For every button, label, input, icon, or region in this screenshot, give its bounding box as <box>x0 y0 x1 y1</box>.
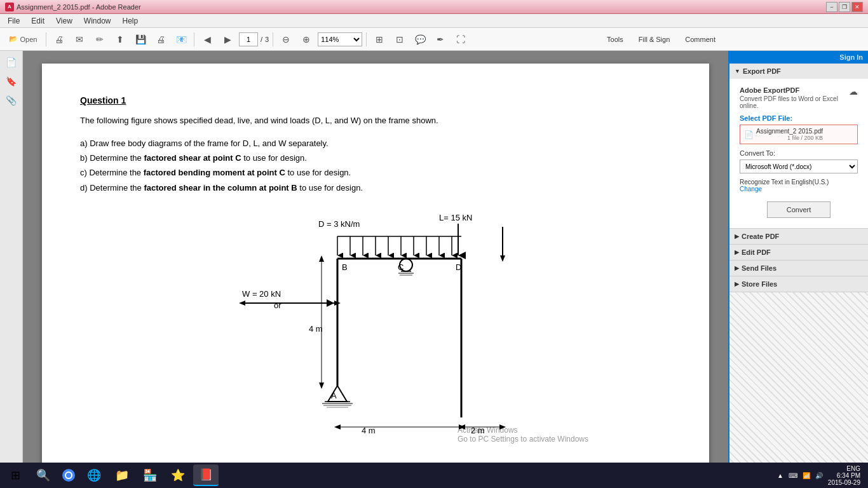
nav-bookmarks-icon[interactable]: 🔖 <box>3 72 20 90</box>
svg-point-53 <box>66 473 71 478</box>
part-c: c) Determine the factored bending moment… <box>80 165 671 180</box>
save-button[interactable]: 💾 <box>132 31 149 48</box>
sticky-note-button[interactable]: 💬 <box>411 31 429 48</box>
panel-empty-area <box>729 292 868 474</box>
window-title: Assignment_2 2015.pdf - Adobe Reader <box>17 3 141 11</box>
store-files-header[interactable]: ▶ Store Files <box>729 276 868 292</box>
create-pdf-header[interactable]: ▶ Create PDF <box>729 229 868 244</box>
main-area: 📄 🔖 📎 Question 1 The following figure sh… <box>0 51 868 474</box>
svg-text:4 m: 4 m <box>309 324 323 334</box>
part-d: d) Determine the factored shear in the c… <box>80 180 671 195</box>
taskbar-unknown[interactable]: ⭐ <box>165 464 191 486</box>
export-pdf-section: ▼ Export PDF Adobe ExportPDF Convert PDF… <box>729 64 868 229</box>
menu-window[interactable]: Window <box>79 15 116 27</box>
send-files-header[interactable]: ▶ Send Files <box>729 261 868 276</box>
menu-file[interactable]: File <box>3 15 25 27</box>
taskbar-store[interactable]: 🏪 <box>137 464 163 486</box>
svg-marker-47 <box>499 424 506 430</box>
menu-edit[interactable]: Edit <box>26 15 50 27</box>
close-button[interactable]: ✕ <box>851 2 863 12</box>
open-button[interactable]: 📂 Open <box>4 31 42 48</box>
reflow-button[interactable]: ⊡ <box>391 31 409 48</box>
taskbar-volume-icon[interactable]: 🔊 <box>815 472 823 479</box>
pdf-page: Question 1 The following figure shows sp… <box>42 64 709 470</box>
svg-text:W = 20 kN: W = 20 kN <box>242 289 281 299</box>
envelope-button[interactable]: 📧 <box>172 31 190 48</box>
select-pdf-label: Select PDF File: <box>735 112 863 123</box>
fit-page-button[interactable]: ⊞ <box>370 31 388 48</box>
edit-pdf-label: Edit PDF <box>742 248 771 256</box>
print-button[interactable]: 🖨 <box>50 31 68 48</box>
restore-button[interactable]: ❐ <box>839 2 850 12</box>
taskbar-tray-arrow[interactable]: ▲ <box>777 472 783 479</box>
start-button[interactable]: ⊞ <box>3 464 28 486</box>
taskbar-chrome[interactable] <box>58 465 79 485</box>
title-bar: A Assignment_2 2015.pdf - Adobe Reader −… <box>0 0 868 14</box>
svg-marker-26 <box>319 383 324 389</box>
fill-sign-button[interactable]: Fill & Sign <box>635 34 674 44</box>
comment-button[interactable]: Comment <box>681 34 719 44</box>
nav-pages-icon[interactable]: 📄 <box>3 53 20 71</box>
taskbar-right: ▲ ⌨ 📶 🔊 ENG 6:34 PM 2015-09-29 <box>777 465 865 486</box>
print2-button[interactable]: 🖨 <box>152 31 170 48</box>
adobe-exportpdf-info: Adobe ExportPDF Convert PDF files to Wor… <box>740 86 849 109</box>
separator-2 <box>194 32 194 46</box>
highlight-button[interactable]: ✒ <box>431 31 449 48</box>
menu-help[interactable]: Help <box>118 15 144 27</box>
store-files-section: ▶ Store Files <box>729 276 868 292</box>
nav-attachments-icon[interactable]: 📎 <box>3 92 20 109</box>
structural-diagram: L= 15 kN D = 3 kN/m <box>210 208 541 443</box>
svg-text:D = 3 kN/m: D = 3 kN/m <box>318 219 360 229</box>
create-pdf-section: ▶ Create PDF <box>729 229 868 245</box>
upload-button[interactable]: ⬆ <box>111 31 129 48</box>
svg-text:B: B <box>342 262 348 272</box>
convert-to-select[interactable]: Microsoft Word (*.docx) Microsoft Excel … <box>740 159 858 173</box>
page-total: 3 <box>265 36 269 43</box>
send-files-label: Send Files <box>742 264 776 272</box>
taskbar: ⊞ 🔍 🌐 📁 🏪 ⭐ 📕 ▲ ⌨ 📶 🔊 ENG 6:34 PM 2015-0… <box>0 463 868 488</box>
zoom-select[interactable]: 114% 100% 75% 50% 125% 150% <box>318 32 362 46</box>
taskbar-ie[interactable]: 🌐 <box>81 464 107 486</box>
separator-1 <box>46 32 46 46</box>
minimize-button[interactable]: − <box>826 2 837 12</box>
taskbar-clock: ENG 6:34 PM 2015-09-29 <box>828 465 860 486</box>
svg-text:L= 15 kN: L= 15 kN <box>439 213 472 222</box>
taskbar-explorer[interactable]: 📁 <box>109 464 135 486</box>
create-pdf-label: Create PDF <box>742 233 779 240</box>
next-page-button[interactable]: ▶ <box>219 31 236 48</box>
send-files-section: ▶ Send Files <box>729 261 868 276</box>
edit-pdf-header[interactable]: ▶ Edit PDF <box>729 245 868 260</box>
pdf-area[interactable]: Question 1 The following figure shows sp… <box>23 51 728 474</box>
zoom-out-button[interactable]: ⊖ <box>277 31 295 48</box>
fullscreen-button[interactable]: ⛶ <box>452 31 470 48</box>
pdf-file-icon: 📄 <box>744 130 754 139</box>
edit-button[interactable]: ✏ <box>91 31 109 48</box>
convert-to-label: Convert To: <box>740 149 858 157</box>
window-controls[interactable]: − ❐ ✕ <box>826 2 863 12</box>
export-pdf-content: Adobe ExportPDF Convert PDF files to Wor… <box>729 79 868 228</box>
change-link[interactable]: Change <box>740 186 762 193</box>
file-info: Assignment_2 2015.pdf 1 file / 200 KB <box>756 128 823 141</box>
taskbar-search[interactable]: 🔍 <box>31 464 56 486</box>
adobe-exportpdf-desc: Convert PDF files to Word or Excel onlin… <box>740 95 849 109</box>
prev-page-button[interactable]: ◀ <box>198 31 216 48</box>
svg-marker-50 <box>500 255 505 262</box>
menu-view[interactable]: View <box>51 15 78 27</box>
taskbar-acrobat[interactable]: 📕 <box>193 464 219 486</box>
question-parts: a) Draw free body diagrams of the frame … <box>80 136 671 196</box>
store-files-arrow-icon: ▶ <box>735 281 739 287</box>
toolbar: 📂 Open 🖨 ✉ ✏ ⬆ 💾 🖨 📧 ◀ ▶ / 3 ⊖ ⊕ 114% 10… <box>0 28 868 51</box>
edit-pdf-section: ▶ Edit PDF <box>729 245 868 261</box>
left-sidebar: 📄 🔖 📎 <box>0 51 23 474</box>
convert-button[interactable]: Convert <box>767 201 831 218</box>
zoom-in-button[interactable]: ⊕ <box>297 31 315 48</box>
email-button[interactable]: ✉ <box>71 31 88 48</box>
folder-icon: 📂 <box>9 35 18 43</box>
page-separator: / <box>261 36 262 43</box>
tools-button[interactable]: Tools <box>603 34 627 44</box>
sign-in-link[interactable]: Sign In <box>839 53 863 61</box>
taskbar-keyboard-icon: ⌨ <box>789 472 797 479</box>
page-number-input[interactable] <box>239 32 258 46</box>
open-label: Open <box>20 36 37 43</box>
export-pdf-header[interactable]: ▼ Export PDF <box>729 64 868 79</box>
